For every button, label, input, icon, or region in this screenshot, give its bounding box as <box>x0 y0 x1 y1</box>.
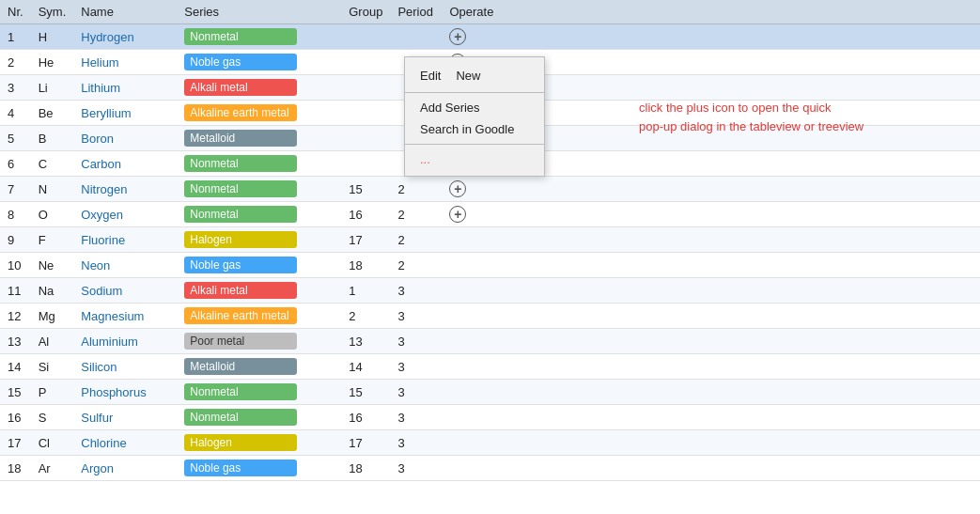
cell-series: Nonmetal <box>177 405 341 430</box>
cell-name: Carbon <box>73 151 177 177</box>
series-badge: Nonmetal <box>184 28 297 45</box>
cell-series: Metalloid <box>177 126 341 151</box>
cell-group <box>341 50 390 75</box>
cell-sym: N <box>31 177 74 202</box>
cell-period: 3 <box>390 304 442 329</box>
cell-series: Alkaline earth metal <box>177 304 341 329</box>
cell-nr: 5 <box>0 126 31 151</box>
table-row[interactable]: 15 P Phosphorus Nonmetal 15 3 <box>0 380 980 405</box>
cell-nr: 8 <box>0 202 31 227</box>
cell-group: 16 <box>341 405 390 430</box>
cell-series: Metalloid <box>177 354 341 380</box>
table-row[interactable]: 17 Cl Chlorine Halogen 17 3 <box>0 430 980 456</box>
col-series: Series <box>177 0 341 24</box>
cell-series: Poor metal <box>177 329 341 354</box>
cell-group: 17 <box>341 430 390 456</box>
cell-period <box>390 24 442 50</box>
cell-period: 3 <box>390 278 442 304</box>
cell-sym: Li <box>31 75 74 101</box>
cell-group <box>341 24 390 50</box>
series-badge: Metalloid <box>184 130 297 147</box>
series-badge: Noble gas <box>184 459 297 476</box>
cell-group: 15 <box>341 177 390 202</box>
table-header-row: Nr. Sym. Name Series Group Period Operat… <box>0 0 980 24</box>
menu-item-edit[interactable]: Edit <box>420 67 441 85</box>
series-badge: Noble gas <box>184 257 297 273</box>
cell-name: Sodium <box>73 278 177 304</box>
cell-group: 16 <box>341 202 390 227</box>
cell-operate: + <box>442 202 517 227</box>
table-row[interactable]: 11 Na Sodium Alkali metal 1 3 <box>0 278 980 304</box>
hint-line2: pop-up dialog in the tableview or treevi… <box>639 119 863 133</box>
cell-operate <box>442 278 517 304</box>
cell-group <box>341 101 390 126</box>
cell-extra <box>517 75 980 101</box>
menu-item-new[interactable]: New <box>456 67 480 85</box>
cell-group: 13 <box>341 329 390 354</box>
cell-series: Halogen <box>177 430 341 456</box>
series-badge: Poor metal <box>184 333 297 350</box>
series-badge: Halogen <box>184 231 297 248</box>
cell-series: Nonmetal <box>177 177 341 202</box>
cell-period: 3 <box>390 380 442 405</box>
series-badge: Alkali metal <box>184 79 297 96</box>
cell-sym: S <box>31 405 74 430</box>
cell-name: Neon <box>73 253 177 278</box>
cell-period: 3 <box>390 405 442 430</box>
table-row[interactable]: 12 Mg Magnesium Alkaline earth metal 2 3 <box>0 304 980 329</box>
cell-name: Beryllium <box>73 101 177 126</box>
series-badge: Alkaline earth metal <box>184 104 297 121</box>
cell-series: Noble gas <box>177 253 341 278</box>
menu-item-search[interactable]: Search in Goodle <box>405 118 544 140</box>
table-row[interactable]: 1 H Hydrogen Nonmetal + <box>0 24 980 50</box>
table-row[interactable]: 10 Ne Neon Noble gas 18 2 <box>0 253 980 278</box>
cell-sym: C <box>31 151 74 177</box>
cell-name: Lithium <box>73 75 177 101</box>
cell-operate <box>442 329 517 354</box>
cell-group: 14 <box>341 354 390 380</box>
series-badge: Alkaline earth metal <box>184 307 297 324</box>
plus-icon[interactable]: + <box>449 206 466 223</box>
cell-group: 1 <box>341 278 390 304</box>
series-badge: Nonmetal <box>184 155 297 172</box>
cell-nr: 12 <box>0 304 31 329</box>
cell-name: Sulfur <box>73 405 177 430</box>
col-operate: Operate <box>442 0 517 24</box>
table-row[interactable]: 13 Al Aluminium Poor metal 13 3 <box>0 329 980 354</box>
table-row[interactable]: 7 N Nitrogen Nonmetal 15 2 + <box>0 177 980 202</box>
table-row[interactable]: 18 Ar Argon Noble gas 18 3 <box>0 456 980 481</box>
cell-sym: Ne <box>31 253 74 278</box>
cell-period: 2 <box>390 227 442 253</box>
cell-nr: 3 <box>0 75 31 101</box>
series-badge: Noble gas <box>184 54 297 70</box>
table-row[interactable]: 8 O Oxygen Nonmetal 16 2 + <box>0 202 980 227</box>
cell-period: 2 <box>390 202 442 227</box>
menu-item-dots[interactable]: ... <box>405 148 544 170</box>
plus-icon[interactable]: + <box>449 180 466 197</box>
cell-nr: 9 <box>0 227 31 253</box>
cell-series: Nonmetal <box>177 24 341 50</box>
cell-period: 3 <box>390 430 442 456</box>
series-badge: Alkali metal <box>184 282 297 299</box>
cell-nr: 4 <box>0 101 31 126</box>
table-row[interactable]: 16 S Sulfur Nonmetal 16 3 <box>0 405 980 430</box>
menu-divider-1 <box>405 92 544 93</box>
cell-series: Noble gas <box>177 50 341 75</box>
cell-extra <box>517 202 980 227</box>
cell-series: Noble gas <box>177 456 341 481</box>
context-menu-row1: Edit New <box>405 63 544 88</box>
cell-group: 2 <box>341 304 390 329</box>
plus-icon[interactable]: + <box>449 28 466 45</box>
cell-name: Phosphorus <box>73 380 177 405</box>
cell-extra <box>517 456 980 481</box>
series-badge: Nonmetal <box>184 206 297 223</box>
table-row[interactable]: 14 Si Silicon Metalloid 14 3 <box>0 354 980 380</box>
table-row[interactable]: 9 F Fluorine Halogen 17 2 <box>0 227 980 253</box>
menu-item-add-series[interactable]: Add Series <box>405 97 544 118</box>
cell-sym: P <box>31 380 74 405</box>
cell-name: Boron <box>73 126 177 151</box>
hint-line1: click the plus icon to open the quick <box>639 101 832 115</box>
cell-name: Magnesium <box>73 304 177 329</box>
cell-nr: 18 <box>0 456 31 481</box>
cell-period: 3 <box>390 329 442 354</box>
